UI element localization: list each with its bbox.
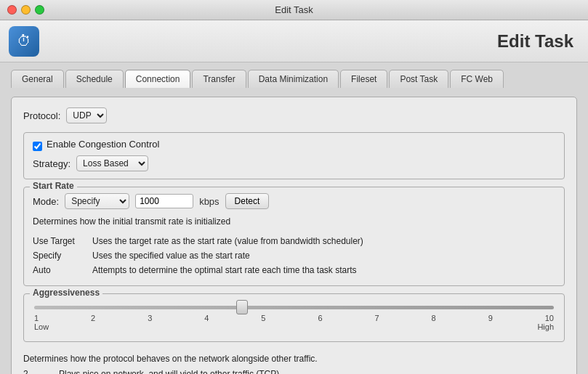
protocol-label: Protocol:: [23, 110, 60, 121]
title-bar-controls[interactable]: [7, 5, 44, 15]
slider-high-label: High: [537, 322, 554, 331]
tab-fileset[interactable]: Fileset: [340, 70, 387, 88]
kbps-label: kbps: [199, 196, 219, 207]
bottom-info-header: Determines how the protocol behaves on t…: [23, 352, 565, 367]
page-title: Edit Task: [497, 31, 573, 52]
tab-connection[interactable]: Connection: [125, 70, 191, 88]
main-content: General Schedule Connection Transfer Dat…: [0, 62, 588, 374]
bottom-info-row-2: 2 Plays nice on network, and will yield …: [23, 367, 565, 374]
bottom-info: Determines how the protocol behaves on t…: [23, 349, 565, 374]
tab-data-minimization[interactable]: Data Minimization: [248, 70, 339, 88]
mode-select[interactable]: Specify Use Target Auto: [65, 193, 129, 209]
protocol-select[interactable]: UDP TCP: [66, 107, 107, 123]
tab-transfer[interactable]: Transfer: [192, 70, 246, 88]
start-rate-title: Start Rate: [30, 181, 77, 191]
maximize-button[interactable]: [35, 5, 44, 15]
start-rate-info-header: Determines how the initial transmit rate…: [33, 215, 555, 229]
strategy-row: Strategy: Loss Based Delay Based: [33, 155, 555, 171]
slider-thumb[interactable]: [236, 300, 248, 314]
congestion-checkbox-row: Enable Congestion Control: [33, 139, 555, 154]
strategy-select[interactable]: Loss Based Delay Based: [76, 155, 148, 171]
mode-label: Mode:: [33, 196, 59, 207]
slider-labels: Low High: [34, 322, 554, 331]
minimize-button[interactable]: [21, 5, 31, 15]
strategy-label: Strategy:: [33, 158, 71, 169]
window-title: Edit Task: [275, 4, 313, 15]
close-button[interactable]: [7, 5, 17, 15]
tab-schedule[interactable]: Schedule: [65, 70, 124, 88]
header-bar: ⏱ Edit Task: [0, 20, 588, 62]
start-rate-group: Start Rate Mode: Specify Use Target Auto…: [23, 187, 565, 286]
rate-input[interactable]: 1000: [135, 194, 193, 208]
aggressiveness-group: Aggressiveness 1 2 3 4 5 6 7 8 9 10: [23, 293, 565, 342]
tab-post-task[interactable]: Post Task: [389, 70, 448, 88]
slider-track: [34, 306, 554, 309]
tab-fc-web[interactable]: FC Web: [450, 70, 504, 88]
slider-low-label: Low: [34, 322, 49, 331]
start-rate-info-table: Use Target Uses the target rate as the s…: [33, 235, 555, 277]
protocol-row: Protocol: UDP TCP: [23, 107, 565, 123]
congestion-control-group: Enable Congestion Control Strategy: Loss…: [23, 132, 565, 179]
detect-button[interactable]: Detect: [225, 193, 270, 209]
app-icon: ⏱: [9, 26, 39, 57]
tab-general[interactable]: General: [11, 70, 64, 88]
connection-panel: Protocol: UDP TCP Enable Congestion Cont…: [11, 97, 577, 374]
slider-ticks: 1 2 3 4 5 6 7 8 9 10: [34, 314, 554, 322]
congestion-control-checkbox[interactable]: [33, 142, 42, 151]
tab-bar: General Schedule Connection Transfer Dat…: [11, 70, 577, 88]
mode-row: Mode: Specify Use Target Auto 1000 kbps …: [33, 193, 555, 209]
congestion-control-label: Enable Congestion Control: [47, 139, 159, 150]
title-bar: Edit Task: [0, 0, 588, 20]
aggressiveness-title: Aggressiveness: [30, 288, 102, 298]
aggressiveness-slider-container: 1 2 3 4 5 6 7 8 9 10 Low High: [34, 303, 554, 333]
